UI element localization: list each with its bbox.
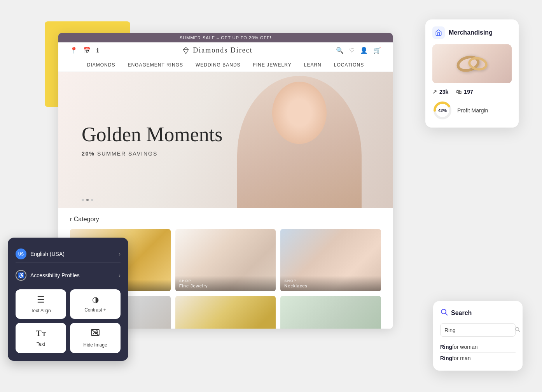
text-align-label: Text Align xyxy=(31,308,51,313)
search-input[interactable] xyxy=(444,327,512,333)
text-align-button[interactable]: ☰ Text Align xyxy=(16,289,66,319)
hero-dot-3[interactable] xyxy=(91,199,93,201)
search-card-icon xyxy=(440,308,448,318)
profit-donut-chart: 42% xyxy=(432,100,453,121)
lang-row-left: US English (USA) xyxy=(16,248,65,259)
us-flag-badge: US xyxy=(16,248,26,259)
language-name: English (USA) xyxy=(30,251,65,257)
text-label: Text xyxy=(37,341,45,347)
site-header: 📍 📅 ℹ Diamonds Direct 🔍 ♡ 👤 🛒 DIAMONDS E… xyxy=(58,42,393,72)
profit-margin-label: Profit Margin xyxy=(457,107,488,114)
calendar-icon[interactable]: 📅 xyxy=(83,47,91,54)
category-title-text: r Category xyxy=(70,216,99,222)
category-section-title: r Category xyxy=(70,216,381,223)
svg-line-3 xyxy=(91,329,99,336)
merchandising-card: Merchandising ↗ 23k 🛍 197 42% Profit M xyxy=(425,19,519,128)
hero-woman-image xyxy=(237,76,362,208)
search-icon[interactable]: 🔍 xyxy=(336,47,344,54)
language-row[interactable]: US English (USA) › xyxy=(16,245,121,263)
accessibility-profiles-label: Accessibility Profiles xyxy=(30,272,80,278)
merch-product-image xyxy=(432,44,512,83)
search-suggestion-man[interactable]: Ring for man xyxy=(440,352,516,364)
hero-dot-2[interactable] xyxy=(86,199,89,201)
merch-cart-value: 197 xyxy=(464,89,473,95)
accessibility-tools-grid: ☰ Text Align ◑ Contrast + TT Text Hide I… xyxy=(16,289,121,353)
account-icon[interactable]: 👤 xyxy=(360,47,368,54)
cursor-icon: ↗ xyxy=(432,89,437,95)
category-card-fine-jewelry[interactable]: SHOP Fine Jewelry xyxy=(175,229,276,291)
merch-stats: ↗ 23k 🛍 197 xyxy=(432,89,512,95)
category-name-3: Necklaces xyxy=(284,284,308,288)
search-suggestion-highlight-2: Ring xyxy=(440,355,452,361)
hero-dot-1[interactable] xyxy=(82,199,84,201)
merch-title: Merchandising xyxy=(449,29,493,36)
merch-profit: 42% Profit Margin xyxy=(432,100,512,121)
cart-icon[interactable]: 🛒 xyxy=(373,47,381,54)
svg-point-7 xyxy=(516,327,519,331)
merch-clicks-value: 23k xyxy=(439,89,448,95)
search-suggestion-highlight-1: Ring xyxy=(440,344,452,350)
hide-image-label: Hide Image xyxy=(83,342,107,348)
hero-dots xyxy=(82,199,93,201)
diamond-icon xyxy=(182,47,190,54)
nav-learn[interactable]: LEARN xyxy=(304,62,322,68)
chevron-right-icon: › xyxy=(119,251,121,257)
merch-cart-stat: 🛍 197 xyxy=(456,89,473,95)
nav-fine-jewelry[interactable]: FINE JEWELRY xyxy=(253,62,292,68)
search-suggestion-rest-1: for woman xyxy=(452,344,477,350)
nav-locations[interactable]: LOCATIONS xyxy=(334,62,364,68)
nav-wedding-bands[interactable]: WEDDING BANDS xyxy=(196,62,241,68)
svg-line-8 xyxy=(519,331,520,332)
location-icon[interactable]: 📍 xyxy=(70,47,78,54)
search-suggestion-rest-2: for man xyxy=(452,355,470,361)
svg-point-4 xyxy=(96,331,98,333)
contrast-icon: ◑ xyxy=(92,295,99,304)
accessibility-person-icon: ♿ xyxy=(16,270,26,281)
profit-percent-label: 42% xyxy=(438,108,447,113)
category-shop-text-3: SHOP xyxy=(284,279,377,283)
search-header-label: Search xyxy=(451,310,472,317)
contrast-button[interactable]: ◑ Contrast + xyxy=(70,289,121,319)
hero-content: Golden Moments 20% SUMMER SAVINGS xyxy=(58,108,246,172)
merch-image-inner xyxy=(432,44,512,83)
main-nav: DIAMONDS ENGAGEMENT RINGS WEDDING BANDS … xyxy=(58,58,393,72)
category-shop-text-2: SHOP xyxy=(179,279,272,283)
category-label-fine-jewelry: SHOP Fine Jewelry xyxy=(175,276,276,291)
hero-section: Golden Moments 20% SUMMER SAVINGS xyxy=(58,72,393,208)
hide-image-icon xyxy=(91,328,100,339)
text-button[interactable]: TT Text xyxy=(16,323,66,353)
cart-small-icon: 🛍 xyxy=(456,89,462,95)
search-card: Search Ring for woman Ring for man xyxy=(433,301,523,371)
text-align-icon: ☰ xyxy=(37,295,45,305)
hero-subtitle-text: SUMMER SAVINGS xyxy=(97,150,157,157)
nav-engagement-rings[interactable]: ENGAGEMENT RINGS xyxy=(128,62,183,68)
search-card-header: Search xyxy=(440,308,516,318)
hero-subtitle: 20% SUMMER SAVINGS xyxy=(82,150,223,157)
merch-store-icon xyxy=(432,26,445,39)
logo-text: Diamonds Direct xyxy=(193,46,252,54)
header-icons-left: 📍 📅 ℹ xyxy=(70,47,99,54)
info-icon[interactable]: ℹ xyxy=(96,47,99,54)
promo-text: SUMMER SALE – GET UP TO 20% OFF! xyxy=(180,35,271,40)
header-logo[interactable]: Diamonds Direct xyxy=(182,46,252,54)
hero-discount: 20% xyxy=(82,150,95,157)
wishlist-icon[interactable]: ♡ xyxy=(349,47,355,54)
header-top: 📍 📅 ℹ Diamonds Direct 🔍 ♡ 👤 🛒 xyxy=(58,42,393,58)
category-card-watches[interactable]: Watches xyxy=(280,296,381,329)
category-card-necklaces[interactable]: SHOP Necklaces xyxy=(280,229,381,291)
text-size-icon: TT xyxy=(36,328,46,338)
accessibility-panel: US English (USA) › ♿ Accessibility Profi… xyxy=(8,238,128,361)
accessibility-chevron-icon: › xyxy=(119,272,121,278)
category-card-bracelets[interactable]: SHOP Bracelets xyxy=(175,296,276,329)
promo-bar: SUMMER SALE – GET UP TO 20% OFF! xyxy=(58,33,393,42)
merch-clicks-stat: ↗ 23k xyxy=(432,89,448,95)
search-input-wrap[interactable] xyxy=(440,323,516,337)
profit-percent-value: 42 xyxy=(438,108,443,113)
category-name-2: Fine Jewelry xyxy=(179,284,208,288)
hide-image-button[interactable]: Hide Image xyxy=(70,323,121,353)
search-suggestion-woman[interactable]: Ring for woman xyxy=(440,341,516,352)
hero-title: Golden Moments xyxy=(82,123,223,145)
accessibility-profiles-row[interactable]: ♿ Accessibility Profiles › xyxy=(16,267,121,284)
header-icons-right: 🔍 ♡ 👤 🛒 xyxy=(336,47,381,54)
nav-diamonds[interactable]: DIAMONDS xyxy=(87,62,115,68)
